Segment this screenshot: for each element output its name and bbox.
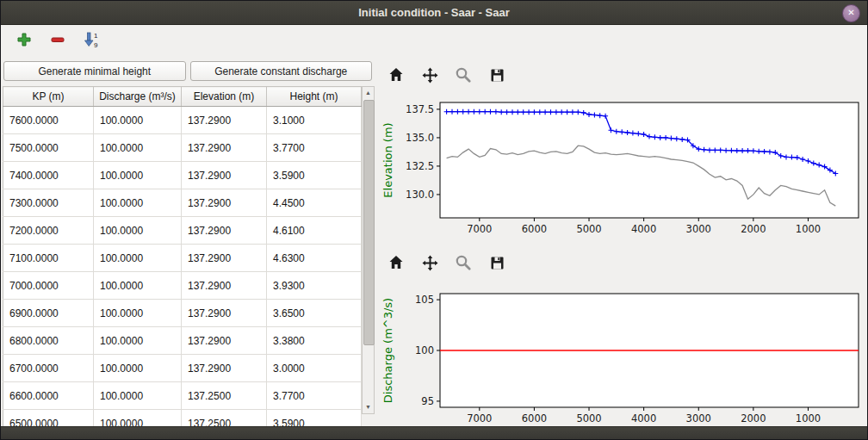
table-row[interactable]: 6900.0000100.0000137.29003.6500 [3,300,362,327]
plot-area[interactable] [440,102,859,218]
table-cell[interactable]: 137.2900 [182,272,267,300]
scroll-down-button[interactable]: ▼ [363,401,374,413]
table-cell[interactable]: 3.9300 [267,272,362,300]
table-cell[interactable]: 6900.0000 [3,300,94,327]
table-row[interactable]: 7600.0000100.0000137.29003.1000 [3,107,362,134]
table-cell[interactable]: 4.4500 [267,189,362,217]
table-cell[interactable]: 100.0000 [94,189,182,217]
initial-condition-table[interactable]: KP (m)Discharge (m³/s)Elevation (m)Heigh… [3,86,362,437]
save-button[interactable] [487,253,506,272]
table-cell[interactable]: 6800.0000 [3,327,94,355]
remove-row-button[interactable] [49,31,66,48]
elevation-plot[interactable]: 7000600050004000300020001000130.0132.513… [376,93,864,241]
add-icon [16,32,32,47]
status-strip [1,426,867,439]
pan-button[interactable] [420,253,439,272]
table-cell[interactable]: 7600.0000 [3,107,94,134]
column-header[interactable]: Height (m) [267,87,362,107]
table-cell[interactable]: 7400.0000 [3,162,94,189]
generate-constant-discharge-button[interactable]: Generate constant discharge [190,61,373,81]
table-cell[interactable]: 100.0000 [94,300,182,327]
save-button[interactable] [487,65,506,84]
table-cell[interactable]: 3.3800 [267,327,362,355]
y-tick-label: 137.5 [406,103,434,115]
table-cell[interactable]: 7500.0000 [3,134,94,162]
table-cell[interactable]: 7300.0000 [3,189,94,217]
x-tick-label: 1000 [796,223,821,235]
table-cell[interactable]: 100.0000 [94,245,182,272]
table-cell[interactable]: 3.7700 [267,134,362,162]
zoom-button[interactable] [454,65,473,84]
column-header[interactable]: Elevation (m) [182,87,267,107]
table-cell[interactable]: 137.2900 [182,217,267,245]
table-cell[interactable]: 137.2900 [182,300,267,327]
column-header[interactable]: Discharge (m³/s) [94,87,182,107]
y-tick-label: 130.0 [406,189,434,201]
table-cell[interactable]: 100.0000 [94,107,182,134]
generate-buttons-row: Generate minimal height Generate constan… [1,53,375,86]
table-row[interactable]: 7500.0000100.0000137.29003.7700 [3,134,362,162]
table-cell[interactable]: 137.2900 [182,162,267,189]
column-header[interactable]: KP (m) [3,87,94,107]
x-tick-label: 1000 [796,412,821,425]
add-row-button[interactable] [16,31,33,48]
table-cell[interactable]: 7100.0000 [3,245,94,272]
table-cell[interactable]: 100.0000 [94,162,182,189]
home-icon [388,254,405,271]
table-cell[interactable]: 137.2500 [182,382,267,410]
table-cell[interactable]: 137.2900 [182,327,267,355]
x-tick-label: 6000 [522,412,547,425]
table-cell[interactable]: 100.0000 [94,217,182,245]
table-row[interactable]: 6700.0000100.0000137.29003.0000 [3,355,362,382]
generate-minimal-height-button[interactable]: Generate minimal height [3,61,186,81]
table-row[interactable]: 7000.0000100.0000137.29003.9300 [3,272,362,300]
close-button[interactable]: ✕ [842,4,860,22]
table-cell[interactable]: 4.6300 [267,245,362,272]
table-cell[interactable]: 4.6100 [267,217,362,245]
zoom-button[interactable] [454,253,473,272]
table-cell[interactable]: 100.0000 [94,382,182,410]
table-row[interactable]: 7100.0000100.0000137.29004.6300 [3,245,362,272]
table-cell[interactable]: 3.1000 [267,107,362,134]
y-tick-label: 135.0 [406,132,434,144]
table-cell[interactable]: 3.7700 [267,382,362,410]
table-cell[interactable]: 100.0000 [94,355,182,382]
home-button[interactable] [387,253,406,272]
x-tick-label: 7000 [467,223,492,235]
table-row[interactable]: 7200.0000100.0000137.29004.6100 [3,217,362,245]
zoom-icon [455,66,472,84]
table-scrollbar[interactable]: ▲ ▼ [362,86,375,414]
pan-button[interactable] [420,65,439,84]
table-cell[interactable]: 137.2900 [182,134,267,162]
table-cell[interactable]: 6600.0000 [3,382,94,410]
app-window: Initial condition - Saar - Saar ✕ 1 9 [0,0,868,440]
table-row[interactable]: 7300.0000100.0000137.29004.4500 [3,189,362,217]
y-axis-label: Elevation (m) [381,122,394,197]
sort-rows-button[interactable]: 1 9 [83,31,100,48]
table-cell[interactable]: 3.5900 [267,162,362,189]
home-button[interactable] [387,65,406,84]
main-toolbar: 1 9 [1,25,867,53]
table-cell[interactable]: 137.2900 [182,355,267,382]
table-row[interactable]: 6600.0000100.0000137.25003.7700 [3,382,362,410]
scrollbar-thumb[interactable] [363,100,375,345]
scroll-up-button[interactable]: ▲ [363,87,374,99]
table-cell[interactable]: 7200.0000 [3,217,94,245]
table-cell[interactable]: 137.2900 [182,107,267,134]
table-cell[interactable]: 100.0000 [94,134,182,162]
table-cell[interactable]: 137.2900 [182,189,267,217]
discharge-plot[interactable]: 700060005000400030002000100095100105Disc… [376,281,864,432]
sort-bottom-number: 9 [94,41,98,48]
left-panel: Generate minimal height Generate constan… [1,53,375,427]
table-cell[interactable]: 3.0000 [267,355,362,382]
table-cell[interactable]: 3.6500 [267,300,362,327]
table-cell[interactable]: 137.2900 [182,245,267,272]
table-cell[interactable]: 100.0000 [94,327,182,355]
table-cell[interactable]: 6700.0000 [3,355,94,382]
titlebar[interactable]: Initial condition - Saar - Saar ✕ [1,1,867,25]
table-row[interactable]: 7400.0000100.0000137.29003.5900 [3,162,362,189]
table-row[interactable]: 6800.0000100.0000137.29003.3800 [3,327,362,355]
table-cell[interactable]: 100.0000 [94,272,182,300]
table-cell[interactable]: 7000.0000 [3,272,94,300]
y-tick-label: 105 [415,294,434,306]
